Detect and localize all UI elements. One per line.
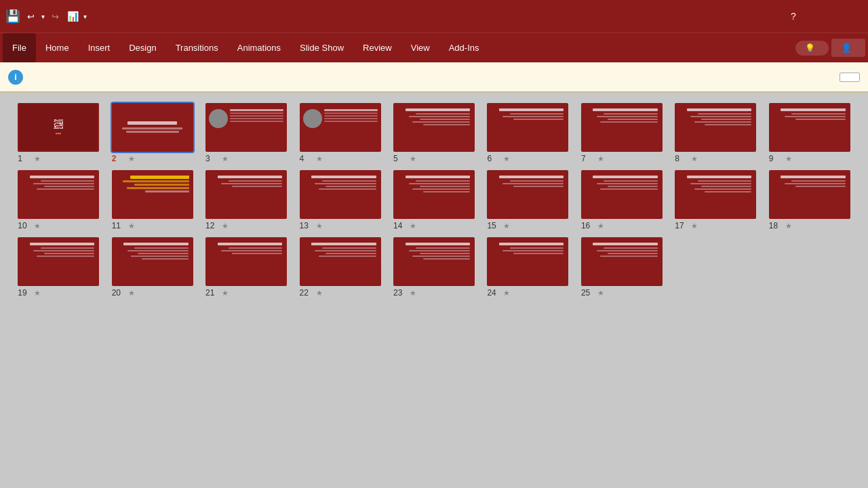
slide-thumb-14 [393, 170, 475, 219]
slide-footer-1: 1★ [18, 154, 99, 163]
slide-star-24[interactable]: ★ [503, 289, 510, 298]
slide-star-5[interactable]: ★ [410, 155, 416, 163]
minimize-button[interactable] [803, 7, 822, 26]
slide-number-8: 8 [675, 154, 687, 163]
slide-item-16[interactable]: 16★ [577, 170, 667, 230]
slide-item-3[interactable]: 3★ [201, 103, 291, 163]
slide-item-5[interactable]: 5★ [389, 103, 479, 163]
slide-item-23[interactable]: 23★ [389, 237, 479, 298]
slide-star-14[interactable]: ★ [410, 222, 416, 230]
close-button[interactable] [844, 7, 863, 26]
slide-item-24[interactable]: 24★ [483, 237, 572, 298]
menu-home[interactable]: Home [36, 33, 79, 62]
slide-star-18[interactable]: ★ [785, 222, 792, 230]
undo-button[interactable]: ↩ [24, 10, 37, 23]
menu-animations[interactable]: Animations [228, 33, 290, 62]
share-button[interactable]: 👤 [831, 39, 865, 57]
present-icon[interactable]: 📊 [66, 9, 79, 23]
slide-item-8[interactable]: 8★ [671, 103, 760, 163]
slide-thumb-20 [112, 237, 193, 286]
slide-star-21[interactable]: ★ [222, 289, 229, 298]
slide-item-15[interactable]: 15★ [483, 170, 572, 230]
slide-star-2[interactable]: ★ [128, 155, 135, 163]
slide-star-22[interactable]: ★ [316, 289, 323, 298]
slide-number-5: 5 [393, 154, 406, 163]
slide-star-4[interactable]: ★ [316, 155, 323, 163]
slide-number-10: 10 [18, 221, 30, 230]
tell-me-input[interactable]: 💡 [795, 41, 829, 56]
slide-item-19[interactable]: 19★ [14, 237, 103, 298]
menu-review[interactable]: Review [353, 33, 401, 62]
slide-star-1[interactable]: ★ [34, 155, 41, 163]
undo-dropdown[interactable]: ▾ [41, 13, 45, 20]
slide-item-11[interactable]: 11★ [107, 170, 197, 230]
slide-number-19: 19 [18, 288, 30, 298]
slide-item-20[interactable]: 20★ [107, 237, 197, 298]
slide-star-11[interactable]: ★ [128, 222, 135, 230]
slide-thumb-6 [487, 103, 568, 152]
maximize-button[interactable] [823, 7, 842, 26]
slide-number-13: 13 [300, 221, 312, 230]
person-icon: 👤 [841, 43, 852, 53]
slide-star-25[interactable]: ★ [597, 289, 604, 298]
slide-thumb-2 [112, 103, 193, 152]
slide-thumb-15 [487, 170, 568, 219]
customize-dropdown[interactable]: ▾ [83, 13, 87, 20]
slide-item-6[interactable]: 6★ [483, 103, 572, 163]
slide-star-7[interactable]: ★ [597, 155, 604, 163]
help-icon[interactable]: ? [787, 9, 800, 23]
slide-item-17[interactable]: 17★ [671, 170, 760, 230]
slide-item-2[interactable]: 2★ [107, 103, 197, 163]
slide-star-20[interactable]: ★ [128, 289, 135, 298]
slide-star-16[interactable]: ★ [597, 222, 604, 230]
slide-item-4[interactable]: 4★ [295, 103, 384, 163]
slide-number-11: 11 [112, 221, 124, 230]
menu-view[interactable]: View [401, 33, 439, 62]
slides-panel: ﷽ 1★ 2★ 3★ [0, 92, 868, 488]
slide-item-18[interactable]: 18★ [765, 170, 854, 230]
save-button[interactable]: 💾 [5, 9, 20, 24]
slide-item-7[interactable]: 7★ [577, 103, 667, 163]
menu-transitions[interactable]: Transitions [166, 33, 228, 62]
redo-button[interactable]: ↪ [49, 10, 62, 23]
slide-footer-4: 4★ [300, 154, 381, 163]
slide-item-22[interactable]: 22★ [295, 237, 384, 298]
slide-star-15[interactable]: ★ [503, 222, 510, 230]
slide-footer-8: 8★ [675, 154, 756, 163]
slide-item-13[interactable]: 13★ [295, 170, 384, 230]
slide-star-23[interactable]: ★ [410, 289, 416, 298]
menu-insert[interactable]: Insert [79, 33, 120, 62]
slide-thumb-9 [769, 103, 850, 152]
slides-grid: ﷽ 1★ 2★ 3★ [14, 103, 854, 298]
slide-thumb-17 [675, 170, 756, 219]
slide-item-14[interactable]: 14★ [389, 170, 479, 230]
slide-footer-3: 3★ [205, 154, 287, 163]
slide-star-9[interactable]: ★ [785, 155, 792, 163]
slide-item-9[interactable]: 9★ [765, 103, 854, 163]
menu-file[interactable]: File [3, 33, 36, 62]
slide-star-10[interactable]: ★ [34, 222, 41, 230]
slide-item-25[interactable]: 25★ [577, 237, 667, 298]
enable-editing-button[interactable] [840, 73, 860, 82]
slide-thumb-18 [769, 170, 850, 219]
slide-item-1[interactable]: ﷽ 1★ [14, 103, 103, 163]
slide-star-13[interactable]: ★ [316, 222, 323, 230]
slide-footer-23: 23★ [393, 288, 475, 298]
slide-star-17[interactable]: ★ [691, 222, 698, 230]
slide-star-6[interactable]: ★ [503, 155, 510, 163]
slide-number-6: 6 [487, 154, 499, 163]
slide-item-12[interactable]: 12★ [201, 170, 291, 230]
menu-design[interactable]: Design [119, 33, 165, 62]
menu-slideshow[interactable]: Slide Show [290, 33, 353, 62]
slide-star-12[interactable]: ★ [222, 222, 229, 230]
slide-footer-22: 22★ [300, 288, 381, 298]
menu-addins[interactable]: Add-Ins [439, 33, 489, 62]
slide-star-8[interactable]: ★ [691, 155, 698, 163]
slide-footer-15: 15★ [487, 221, 568, 230]
slide-item-10[interactable]: 10★ [14, 170, 103, 230]
slide-thumb-5 [393, 103, 475, 152]
slide-star-3[interactable]: ★ [222, 155, 229, 163]
slide-number-7: 7 [581, 154, 593, 163]
slide-item-21[interactable]: 21★ [201, 237, 291, 298]
slide-star-19[interactable]: ★ [34, 289, 41, 298]
